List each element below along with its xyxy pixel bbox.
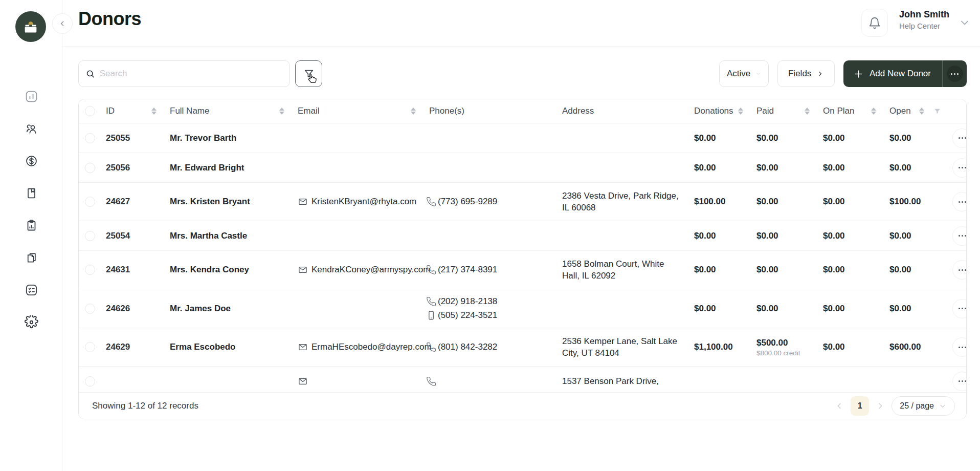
column-header-address[interactable]: Address <box>554 106 686 116</box>
column-header-on_plan[interactable]: On Plan <box>815 106 881 116</box>
sort-icon[interactable] <box>151 108 157 115</box>
cell-on-plan <box>815 376 881 387</box>
row-actions-button[interactable] <box>952 192 966 211</box>
column-header-name[interactable]: Full Name <box>162 106 289 116</box>
email-text[interactable]: KristenKBryant@rhyta.com <box>311 197 416 207</box>
fields-button[interactable]: Fields <box>777 60 835 87</box>
table-body: 25055Mr. Trevor Barth$0.00$0.00$0.00$0.0… <box>79 123 966 392</box>
row-radio[interactable] <box>85 304 95 314</box>
add-donor-more-button[interactable] <box>942 60 967 87</box>
ellipsis-icon <box>959 235 966 237</box>
chevron-down-icon[interactable] <box>959 16 971 29</box>
row-actions-button[interactable] <box>952 337 966 357</box>
chevron-right-icon <box>876 401 885 411</box>
user-menu[interactable]: John Smith Help Center <box>899 9 949 30</box>
cell-address <box>554 131 686 145</box>
next-page-button[interactable] <box>876 401 885 411</box>
cell-actions <box>944 226 966 246</box>
table-row: 24626Mr. James Doe(202) 918-2138(505) 22… <box>79 289 966 328</box>
cell-on-plan: $0.00 <box>815 337 881 357</box>
cell-on-plan: $0.00 <box>815 191 881 212</box>
search-input[interactable] <box>100 69 282 79</box>
sort-icon[interactable] <box>411 108 416 115</box>
app-logo[interactable] <box>15 11 46 42</box>
ellipsis-icon <box>959 380 966 382</box>
column-label-open: Open <box>889 106 911 116</box>
column-header-paid[interactable]: Paid <box>748 106 815 116</box>
notifications-button[interactable] <box>861 9 888 37</box>
cell-donations: $100.00 <box>686 191 748 212</box>
row-select-cell <box>79 342 98 352</box>
sort-icon[interactable] <box>871 108 876 115</box>
sidebar-item-donations[interactable] <box>24 154 38 168</box>
fields-label: Fields <box>788 69 811 79</box>
sort-icon[interactable] <box>805 108 810 115</box>
sort-icon[interactable] <box>919 108 924 115</box>
sidebar-item-tasks[interactable] <box>24 283 38 297</box>
previous-page-button[interactable] <box>835 401 844 411</box>
cell-email: KristenKBryant@rhyta.com <box>289 197 421 207</box>
table-row: 24627Mrs. Kristen BryantKristenKBryant@r… <box>79 183 966 221</box>
page-size-dropdown[interactable]: 25 / page <box>892 396 955 416</box>
row-actions-button[interactable] <box>952 260 966 280</box>
search-icon <box>86 69 95 79</box>
bar-chart-icon <box>25 90 38 103</box>
phone-entry: (505) 224-3521 <box>426 310 497 320</box>
select-all-radio[interactable] <box>85 106 95 116</box>
phone-number: (505) 224-3521 <box>438 310 497 320</box>
add-new-donor-button[interactable]: Add New Donor <box>843 60 942 87</box>
column-header-id[interactable]: ID <box>98 106 162 116</box>
column-header-donations[interactable]: Donations <box>686 106 748 116</box>
row-radio[interactable] <box>85 231 95 241</box>
cell-open: $0.00 <box>881 158 944 178</box>
row-actions-button[interactable] <box>952 129 966 148</box>
email-text[interactable]: KendraKConey@armyspy.com <box>311 265 430 275</box>
sidebar-item-donors[interactable] <box>24 121 38 136</box>
phone-number: (217) 374-8391 <box>438 265 497 275</box>
row-radio[interactable] <box>85 376 95 387</box>
cell-address: 2386 Vesta Drive, Park Ridge, IL 60068 <box>554 183 686 221</box>
cell-id: 25054 <box>98 231 162 241</box>
add-new-donor-split-button: Add New Donor <box>843 60 967 87</box>
column-header-open[interactable]: Open <box>881 106 944 116</box>
sidebar-item-pledges[interactable] <box>24 186 38 200</box>
row-radio[interactable] <box>85 342 95 352</box>
clipboard-chart-icon <box>25 219 38 232</box>
sidebar-item-settings[interactable] <box>24 315 38 329</box>
row-radio[interactable] <box>85 265 95 275</box>
column-filter-icon[interactable] <box>933 108 941 115</box>
table-footer: Showing 1-12 of 12 records 1 25 / page <box>79 392 966 419</box>
row-actions-button[interactable] <box>952 299 966 318</box>
search-box[interactable] <box>78 60 290 87</box>
email-text[interactable]: ErmaHEscobedo@dayrep.com <box>311 342 432 352</box>
phone-number: (773) 695-9289 <box>438 197 497 207</box>
row-actions-button[interactable] <box>952 372 966 391</box>
cell-address <box>554 229 686 243</box>
sort-icon[interactable] <box>738 108 743 115</box>
cell-id: 25056 <box>98 163 162 173</box>
status-filter-dropdown[interactable]: Active <box>719 60 769 87</box>
row-actions-button[interactable] <box>952 226 966 246</box>
cell-paid: $500.00$800.00 credit <box>748 333 815 362</box>
filter-button[interactable] <box>295 60 322 87</box>
cell-full-name: Mr. Trevor Barth <box>162 133 289 143</box>
phone-entry: (202) 918-2138 <box>426 296 497 307</box>
sort-icon[interactable] <box>279 108 284 115</box>
column-header-email[interactable]: Email <box>289 106 421 116</box>
column-label-paid: Paid <box>756 106 774 116</box>
help-center-link[interactable]: Help Center <box>899 22 949 30</box>
sidebar-collapse-button[interactable] <box>52 13 73 34</box>
copy-documents-icon <box>25 251 38 265</box>
sidebar <box>0 0 62 471</box>
ellipsis-icon <box>959 201 966 203</box>
column-header-phones[interactable]: Phone(s) <box>421 106 554 116</box>
column-label-id: ID <box>106 106 115 116</box>
row-radio[interactable] <box>85 133 95 143</box>
sidebar-item-reports[interactable] <box>24 218 38 232</box>
row-radio[interactable] <box>85 163 95 173</box>
sidebar-item-documents[interactable] <box>24 250 38 265</box>
sidebar-item-dashboard[interactable] <box>24 89 38 103</box>
page-number-button[interactable]: 1 <box>851 396 869 416</box>
row-actions-button[interactable] <box>952 158 966 178</box>
row-radio[interactable] <box>85 197 95 207</box>
